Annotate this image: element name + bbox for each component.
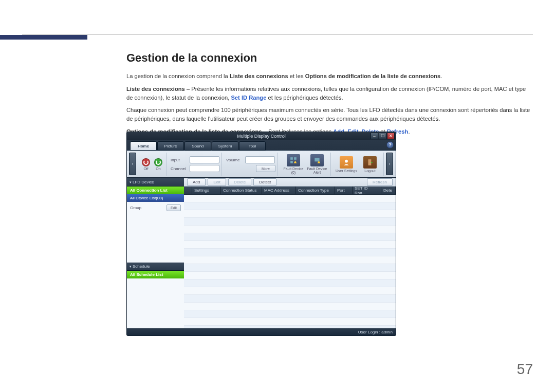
text: La gestion de la connexion comprend la	[126, 73, 230, 79]
text: et les	[288, 73, 305, 79]
tab-system[interactable]: System	[212, 141, 238, 151]
text-bold: Liste des connexions	[126, 86, 185, 92]
grid-col-4[interactable]: Connection Type	[296, 186, 335, 194]
power-group: Off On	[138, 153, 166, 176]
paragraph-3: Chaque connexion peut comprendre 100 pér…	[126, 106, 533, 123]
logout-button[interactable]: Logout	[359, 153, 381, 176]
paragraph-2: Liste des connexions – Présente les info…	[126, 85, 533, 102]
tab-tool[interactable]: Tool	[239, 141, 266, 151]
user-group: User Settings Logout	[333, 153, 384, 176]
fault-device-label: Fault Device (0)	[282, 167, 305, 174]
ribbon-next-icon[interactable]: ›	[386, 153, 393, 175]
grid-row	[184, 279, 396, 287]
ribbon-prev-icon[interactable]: ‹	[129, 153, 136, 175]
grid-row	[184, 202, 396, 210]
delete-button[interactable]: Delete	[228, 178, 251, 186]
svg-marker-8	[371, 161, 373, 162]
logout-icon	[363, 156, 377, 169]
power-on-button[interactable]: On	[153, 154, 164, 175]
sidebar-all-schedule[interactable]: All Schedule List	[127, 271, 184, 278]
sidebar-all-device[interactable]: All Device List(00)	[127, 194, 184, 202]
sidebar: LFD Device All Connection List All Devic…	[127, 178, 184, 328]
main-panel: Add Edit Delete Detect Refresh SettingsC…	[184, 178, 396, 328]
grid-row	[184, 241, 396, 249]
grid-col-5[interactable]: Port	[335, 186, 353, 194]
fault-device-button[interactable]: Fault Device (0)	[282, 153, 305, 176]
sidebar-schedule-body	[127, 278, 184, 328]
top-rule	[22, 34, 533, 34]
tab-home[interactable]: Home	[130, 141, 157, 151]
grid-col-0[interactable]	[184, 186, 192, 194]
refresh-button[interactable]: Refresh	[367, 178, 393, 186]
grid-col-6[interactable]: SET ID Ran...	[353, 186, 381, 194]
volume-label: Volume	[226, 158, 244, 162]
grid-col-2[interactable]: Connection Status	[221, 186, 262, 194]
grid-header: SettingsConnection StatusMAC AddressConn…	[184, 186, 396, 195]
sidebar-lfd-header[interactable]: LFD Device	[127, 178, 184, 186]
sidebar-group-edit-button[interactable]: Edit	[166, 204, 181, 211]
tab-picture[interactable]: Picture	[157, 141, 184, 151]
titlebar: Multiple Display Control – ☐ ✕	[127, 132, 396, 140]
channel-label: Channel	[171, 166, 188, 171]
text: .	[408, 128, 410, 135]
sidebar-body: Group Edit	[127, 202, 184, 263]
channel-dropdown[interactable]	[190, 165, 219, 172]
ribbon: Home Picture Sound System Tool ‹ Off On …	[127, 140, 396, 178]
edit-button[interactable]: Edit	[208, 178, 226, 186]
power-off-button[interactable]: Off	[140, 154, 152, 175]
grid-col-1[interactable]: Settings	[192, 186, 221, 194]
grid-col-7[interactable]: Dete	[381, 186, 396, 194]
sidebar-group-label: Group	[130, 206, 141, 210]
user-settings-icon	[340, 156, 353, 169]
top-accent-bar	[0, 35, 87, 40]
grid-row	[184, 310, 396, 318]
sidebar-all-connection[interactable]: All Connection List	[127, 186, 184, 194]
page-heading: Gestion de la connexion	[126, 51, 533, 65]
volume-dropdown[interactable]	[245, 156, 275, 163]
grid-row	[184, 210, 396, 218]
grid-row	[184, 287, 396, 295]
power-off-icon	[142, 158, 150, 166]
grid-body	[184, 195, 396, 333]
fault-device-icon	[287, 154, 300, 166]
grid-row	[184, 249, 396, 256]
grid-row	[184, 195, 396, 202]
ribbon-tabs: Home Picture Sound System Tool	[127, 140, 396, 151]
minimize-button[interactable]: –	[371, 133, 378, 139]
grid-row	[184, 295, 396, 303]
grid-row	[184, 256, 396, 264]
more-button[interactable]: More	[256, 165, 275, 172]
detect-button[interactable]: Detect	[253, 178, 276, 186]
grid-row	[184, 226, 396, 233]
sidebar-schedule-header[interactable]: Schedule	[127, 263, 184, 271]
fault-alert-button[interactable]: Fault Device Alert	[306, 153, 328, 176]
window-title: Multiple Display Control	[237, 134, 286, 139]
svg-marker-3	[294, 161, 297, 163]
grid-row	[184, 264, 396, 272]
text: .	[440, 73, 442, 79]
link-setidrange: Set ID Range	[231, 95, 266, 101]
input-dropdown[interactable]	[190, 156, 219, 163]
tab-sound[interactable]: Sound	[184, 141, 211, 151]
help-icon[interactable]: ?	[386, 141, 394, 148]
svg-point-6	[345, 159, 348, 162]
text-bold: Options de modification de la liste de c…	[305, 73, 441, 79]
grid-col-3[interactable]: MAC Address	[262, 186, 296, 194]
logout-label: Logout	[364, 169, 375, 173]
fault-alert-icon	[310, 154, 324, 166]
ribbon-body: ‹ Off On Input Channel	[127, 151, 396, 177]
add-button[interactable]: Add	[187, 178, 206, 186]
mdc-app-window: Multiple Display Control – ☐ ✕ Home Pict…	[126, 132, 396, 336]
fault-alert-label: Fault Device Alert	[306, 167, 328, 174]
power-on-label: On	[156, 167, 160, 171]
close-button[interactable]: ✕	[387, 133, 395, 139]
svg-rect-1	[294, 157, 297, 160]
input-label: Input	[171, 158, 188, 162]
grid-row	[184, 272, 396, 279]
page-number: 57	[517, 361, 533, 378]
volume-group: Volume More	[224, 153, 278, 176]
maximize-button[interactable]: ☐	[379, 133, 386, 139]
grid-row	[184, 318, 396, 326]
user-settings-button[interactable]: User Settings	[335, 153, 358, 176]
grid-row	[184, 218, 396, 226]
